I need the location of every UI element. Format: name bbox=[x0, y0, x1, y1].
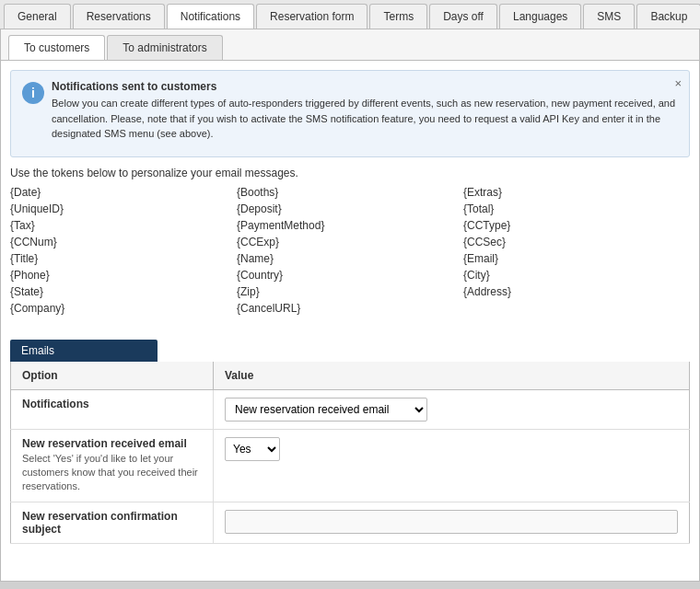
token-email: {Email} bbox=[463, 251, 690, 266]
tab-sms[interactable]: SMS bbox=[583, 4, 635, 29]
token-ccnum: {CCNum} bbox=[10, 235, 237, 249]
token-title: {Title} bbox=[10, 251, 237, 266]
col-value: Value bbox=[214, 362, 690, 390]
main-content: To customers To administrators × i Notif… bbox=[0, 29, 700, 582]
token-grid: {Date} {Booths} {Extras} {UniqueID} {Dep… bbox=[10, 185, 690, 316]
col-option: Option bbox=[11, 362, 214, 390]
token-name: {Name} bbox=[237, 251, 463, 266]
token-cancelurl: {CancelURL} bbox=[237, 301, 463, 316]
token-total: {Total} bbox=[463, 202, 690, 216]
emails-section: Emails Option Value Notifications New re… bbox=[10, 340, 690, 544]
table-row: Notifications New reservation received e… bbox=[11, 389, 690, 429]
sub-tabs: To customers To administrators bbox=[1, 29, 699, 61]
token-empty bbox=[463, 301, 690, 316]
tab-backup[interactable]: Backup bbox=[636, 4, 700, 29]
info-icon: i bbox=[22, 82, 44, 104]
row-new-reservation-label: New reservation received email bbox=[22, 437, 202, 450]
emails-table: Option Value Notifications New reservati… bbox=[10, 362, 690, 544]
subtab-to-customers[interactable]: To customers bbox=[8, 35, 105, 60]
token-extras: {Extras} bbox=[463, 185, 690, 200]
table-row: New reservation confirmation subject bbox=[11, 502, 690, 543]
row-new-reservation-sublabel: Select 'Yes' if you'd like to let your c… bbox=[22, 452, 202, 494]
token-date: {Date} bbox=[10, 185, 237, 200]
row-confirmation-subject-label: New reservation confirmation subject bbox=[22, 510, 202, 536]
token-phone: {Phone} bbox=[10, 268, 237, 283]
tab-terms[interactable]: Terms bbox=[369, 4, 427, 29]
notifications-select[interactable]: New reservation received email New payme… bbox=[225, 398, 427, 422]
confirmation-subject-input[interactable] bbox=[225, 510, 678, 534]
new-reservation-select[interactable]: Yes No bbox=[225, 437, 280, 461]
tab-languages[interactable]: Languages bbox=[499, 4, 581, 29]
token-ccsec: {CCSec} bbox=[463, 235, 690, 249]
tokens-label: Use the tokens below to personalize your… bbox=[10, 167, 690, 179]
token-deposit: {Deposit} bbox=[237, 202, 463, 216]
tab-reservations[interactable]: Reservations bbox=[73, 4, 165, 29]
table-row: New reservation received email Select 'Y… bbox=[11, 429, 690, 502]
token-country: {Country} bbox=[237, 268, 463, 283]
tab-reservation-form[interactable]: Reservation form bbox=[256, 4, 368, 29]
token-state: {State} bbox=[10, 284, 237, 299]
token-company: {Company} bbox=[10, 301, 237, 316]
tab-days-off[interactable]: Days off bbox=[429, 4, 497, 29]
row-notifications-label: Notifications bbox=[22, 398, 202, 410]
subtab-to-administrators[interactable]: To administrators bbox=[107, 35, 222, 60]
token-uniqueid: {UniqueID} bbox=[10, 202, 237, 216]
token-cctype: {CCType} bbox=[463, 218, 690, 233]
close-icon[interactable]: × bbox=[674, 76, 682, 90]
top-nav: General Reservations Notifications Reser… bbox=[0, 0, 700, 29]
token-booths: {Booths} bbox=[237, 185, 463, 200]
info-box-body: Below you can create different types of … bbox=[52, 96, 678, 142]
info-box-title: Notifications sent to customers bbox=[52, 80, 678, 93]
token-zip: {Zip} bbox=[237, 284, 463, 299]
token-tax: {Tax} bbox=[10, 218, 237, 233]
info-box: × i Notifications sent to customers Belo… bbox=[10, 70, 690, 157]
emails-header: Emails bbox=[10, 340, 158, 362]
token-address: {Address} bbox=[463, 284, 690, 299]
tab-notifications[interactable]: Notifications bbox=[167, 4, 254, 29]
token-paymentmethod: {PaymentMethod} bbox=[237, 218, 463, 233]
tab-general[interactable]: General bbox=[4, 4, 71, 29]
token-city: {City} bbox=[463, 268, 690, 283]
token-ccexp: {CCExp} bbox=[237, 235, 463, 249]
